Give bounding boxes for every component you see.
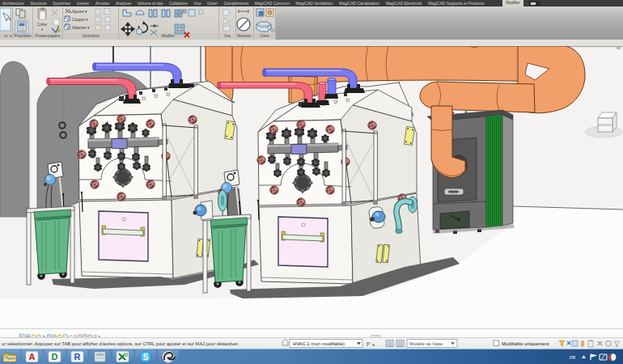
svg-text:ARRIÈRE: ARRIÈRE [599, 123, 612, 127]
svg-text:A: A [29, 352, 36, 362]
svg-text:HVAC-1 (non modifiable): HVAC-1 (non modifiable) [293, 341, 345, 346]
svg-text:Créer: Créer [260, 34, 269, 38]
svg-text:Propriétés: Propriétés [15, 34, 32, 38]
svg-text:S: S [142, 352, 148, 362]
svg-text:Modifiable uniquement: Modifiable uniquement [502, 341, 549, 346]
svg-text:P: P [367, 341, 371, 347]
svg-text:Modèle de base: Modèle de base [409, 341, 443, 346]
svg-text:Attacher: Attacher [72, 26, 87, 30]
svg-text:D: D [52, 352, 58, 362]
svg-text:Ajouter: Ajouter [72, 10, 85, 14]
svg-text:Vue: Vue [224, 34, 231, 38]
svg-text:Géométrie: Géométrie [82, 34, 100, 38]
svg-text:FR: FR [570, 355, 575, 360]
svg-text:a: a [372, 342, 375, 347]
svg-text:Coller: Coller [37, 23, 48, 27]
svg-text:Presse-papiers: Presse-papiers [36, 34, 61, 38]
svg-text:...er: ...er [2, 34, 8, 38]
svg-text:Mesurer: Mesurer [238, 34, 252, 38]
svg-text:R: R [74, 352, 81, 362]
svg-text:Modifier: Modifier [162, 34, 176, 38]
svg-text:Couper: Couper [72, 18, 85, 22]
